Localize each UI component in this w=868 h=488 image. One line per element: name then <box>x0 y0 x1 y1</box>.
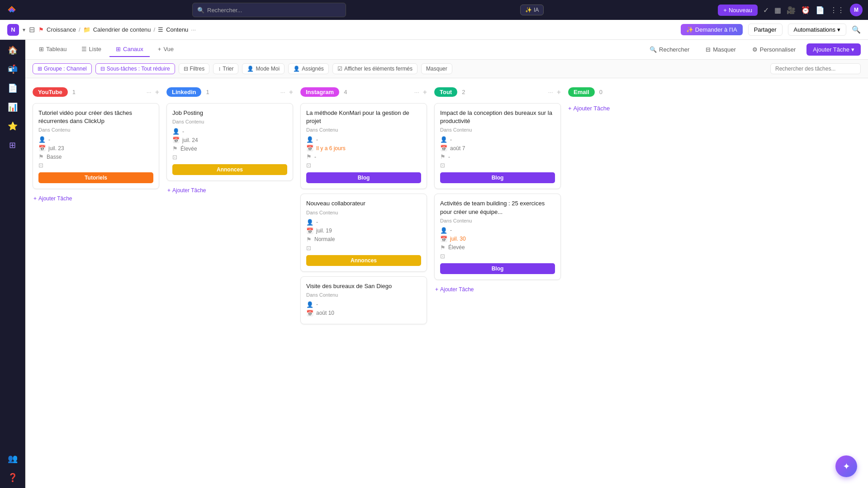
card-tout-1-priority: ⚑ - <box>440 153 555 160</box>
linkedin-count: 1 <box>206 89 209 95</box>
masquer-button[interactable]: ⊟ Masquer <box>700 44 741 55</box>
new-button[interactable]: + Nouveau <box>718 5 758 16</box>
search-icon-nav[interactable]: 🔍 <box>852 25 861 34</box>
card-tout-1-tag: Blog <box>440 172 555 183</box>
flag-icon: ⚑ <box>38 153 44 160</box>
plus-icon: + <box>723 7 727 14</box>
email-add-task[interactable]: + Ajouter Tâche <box>568 105 695 112</box>
sidebar-toggle[interactable]: ⊟ <box>29 25 35 34</box>
expand-icon[interactable]: ▾ <box>23 27 25 33</box>
card-instagram-2-sub: Dans Contenu <box>306 210 421 215</box>
card-tout-2-priority: ⚑ Élevée <box>440 244 555 251</box>
linkedin-actions[interactable]: ··· <box>280 89 285 95</box>
card-tout-2-title: Activités de team building : 25 exercice… <box>440 199 555 216</box>
card-youtube-1-assignee: 👤 - <box>38 136 153 143</box>
workspace-badge[interactable]: N <box>7 24 19 36</box>
date-icon-t2: 📅 <box>440 236 447 242</box>
rechercher-button[interactable]: 🔍 Rechercher <box>644 44 695 55</box>
filter-filtres[interactable]: ⊟ Filtres <box>179 63 210 74</box>
plus-icon-tab: + <box>158 46 161 52</box>
filter-subtasks[interactable]: ⊟ Sous-tâches : Tout réduire <box>95 63 175 74</box>
youtube-add-task[interactable]: + Ajouter Tâche <box>33 194 159 204</box>
card-tout-2-tag-row: ⊡ <box>440 253 555 260</box>
sidebar-home-icon[interactable]: 🏠 <box>8 45 18 55</box>
grid-icon[interactable]: ▦ <box>774 6 781 14</box>
card-linkedin-1-date: 📅 juil. 24 <box>172 137 287 143</box>
card-tout-2-date: 📅 juil. 30 <box>440 236 555 242</box>
chevron-down-icon: ▾ <box>837 26 840 33</box>
sidebar-doc-icon[interactable]: 📄 <box>8 83 18 93</box>
chevron-down-icon-task: ▾ <box>851 46 854 53</box>
card-youtube-1-sub: Dans Contenu <box>38 127 153 133</box>
avatar[interactable]: M <box>850 4 863 16</box>
personnaliser-button[interactable]: ⚙ Personnaliser <box>747 44 802 55</box>
instagram-label: Instagram <box>300 87 339 97</box>
card-tout-1-sub: Dans Contenu <box>440 127 555 133</box>
task-search-input[interactable] <box>770 63 861 74</box>
video-icon[interactable]: 🎥 <box>787 6 796 14</box>
card-instagram-2-title: Nouveau collaborateur <box>306 199 421 208</box>
sidebar-grid-icon[interactable]: ⊞ <box>9 140 16 150</box>
clock-icon[interactable]: ⏰ <box>801 6 810 14</box>
tab-canaux[interactable]: ⊞ Canaux <box>109 42 150 57</box>
youtube-actions[interactable]: ··· <box>147 89 152 95</box>
breadcrumb: ⚑ Croissance / 📁 Calendrier de contenu /… <box>38 26 196 33</box>
sidebar-people-icon[interactable]: 👥 <box>8 454 18 464</box>
filter-afficher[interactable]: ☑ Afficher les éléments fermés <box>332 63 417 74</box>
card-youtube-1-priority: ⚑ Basse <box>38 153 153 160</box>
subtask-icon: ⊟ <box>100 66 105 72</box>
filter-icon: ⊟ <box>184 66 188 72</box>
card-youtube-1: Tutoriel vidéo pour créer des tâches réc… <box>33 103 159 189</box>
breadcrumb-more[interactable]: ··· <box>191 26 196 33</box>
ai-button[interactable]: ✨ IA <box>520 5 544 15</box>
breadcrumb-content[interactable]: Contenu <box>166 26 188 33</box>
sidebar-chart-icon[interactable]: 📊 <box>8 102 18 112</box>
apps-icon[interactable]: ⋮⋮ <box>830 6 844 14</box>
date-icon: 📅 <box>38 145 46 152</box>
filter-assignes[interactable]: 👤 Assignés <box>288 63 329 74</box>
tab-vue[interactable]: + Vue <box>152 42 180 57</box>
add-task-button[interactable]: Ajouter Tâche ▾ <box>806 43 861 56</box>
tout-add-task[interactable]: + Ajouter Tâche <box>434 284 561 294</box>
card-instagram-2-tag-row: ⊡ <box>306 245 421 251</box>
breadcrumb-sep1: / <box>79 26 81 33</box>
main-content: ⊞ Tableau ☰ Liste ⊞ Canaux + Vue 🔍 Reche… <box>25 40 868 488</box>
breadcrumb-growth[interactable]: Croissance <box>47 26 76 33</box>
sidebar-inbox-icon[interactable]: 📬 <box>8 64 18 74</box>
card-tout-1-tag-row: ⊡ <box>440 162 555 169</box>
email-count: 0 <box>599 89 602 95</box>
linkedin-add-icon[interactable]: + <box>289 88 293 96</box>
column-instagram-header: Instagram 4 ··· + <box>300 85 427 99</box>
youtube-add-icon[interactable]: + <box>155 88 159 96</box>
fab-button[interactable]: ✦ <box>835 455 857 477</box>
second-nav-right: ✨ Demander à l'IA Partager Automatisatio… <box>681 24 861 36</box>
filter-group[interactable]: ⊞ Groupe : Channel <box>33 63 92 74</box>
tout-actions[interactable]: ··· <box>548 89 553 95</box>
share-button[interactable]: Partager <box>748 24 783 36</box>
filter-trier[interactable]: ↕ Trier <box>213 63 238 74</box>
flag-icon-li: ⚑ <box>172 145 178 152</box>
automations-button[interactable]: Automatisations ▾ <box>788 24 847 36</box>
ask-ai-button[interactable]: ✨ Demander à l'IA <box>681 24 743 35</box>
linkedin-add-task[interactable]: + Ajouter Tâche <box>166 185 293 195</box>
column-instagram: Instagram 4 ··· + La méthode KonMari pou… <box>300 85 427 324</box>
instagram-actions[interactable]: ··· <box>414 89 419 95</box>
sort-icon: ↕ <box>218 66 221 72</box>
filter-bar: ⊞ Groupe : Channel ⊟ Sous-tâches : Tout … <box>25 60 868 78</box>
tab-liste[interactable]: ☰ Liste <box>75 42 108 57</box>
breadcrumb-calendar[interactable]: Calendrier de contenu <box>93 26 151 33</box>
doc-icon[interactable]: 📄 <box>816 6 825 14</box>
sidebar-help-icon[interactable]: ❓ <box>8 473 18 483</box>
sidebar-star-icon[interactable]: ⭐ <box>8 121 18 131</box>
filter-masquer[interactable]: Masquer <box>421 63 452 74</box>
tout-add-icon[interactable]: + <box>557 88 561 96</box>
app-logo[interactable] <box>5 4 18 16</box>
check-icon[interactable]: ✓ <box>763 6 769 14</box>
search-bar[interactable]: 🔍 Rechercher... <box>192 3 346 17</box>
tab-tableau[interactable]: ⊞ Tableau <box>33 42 73 57</box>
plus-icon-yt: + <box>33 195 37 202</box>
filter-mode-moi[interactable]: 👤 Mode Moi <box>242 63 285 74</box>
card-instagram-1: La méthode KonMari pour la gestion de pr… <box>300 103 427 189</box>
instagram-add-icon[interactable]: + <box>423 88 427 96</box>
main-layout: 🏠 📬 📄 📊 ⭐ ⊞ 👥 ❓ ⊞ Tableau ☰ Liste ⊞ Cana… <box>0 40 868 488</box>
